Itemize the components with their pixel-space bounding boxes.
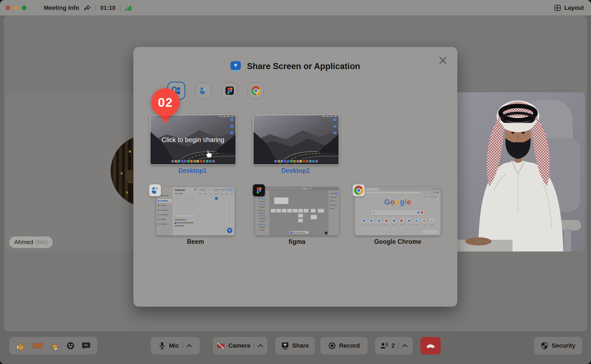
beem-view-day: Day bbox=[213, 188, 219, 191]
share-button[interactable]: Share bbox=[275, 337, 315, 354]
remote-video-tile bbox=[452, 92, 585, 251]
titlebar: Meeting Info 01:10 Layout bbox=[0, 0, 591, 16]
minimize-window-button[interactable] bbox=[14, 5, 18, 10]
desktop-wallpaper bbox=[253, 115, 339, 164]
desktop-folder-icons bbox=[230, 119, 233, 134]
layout-grid-icon bbox=[554, 4, 561, 11]
beem-add-event-fab: + bbox=[227, 228, 232, 233]
security-shield-icon bbox=[541, 342, 548, 350]
beem-month-view: Today ‹ › Sep 2025 Day Week Month Sun Mo… bbox=[198, 187, 235, 235]
meeting-info-title: Meeting Info bbox=[44, 4, 79, 11]
beem-weekday-row: Sun Mon Tue Wed Thu Fri Sat bbox=[198, 193, 235, 195]
beem-panel-header: Calendar bbox=[175, 189, 185, 191]
chrome-app-badge bbox=[353, 184, 365, 196]
beem-list-item bbox=[175, 225, 184, 226]
step-number: 02 bbox=[158, 95, 173, 110]
desktop2-thumbnail[interactable] bbox=[253, 115, 339, 165]
camera-button[interactable]: Camera bbox=[213, 337, 267, 354]
desktop1-label[interactable]: Desktop1 bbox=[150, 167, 235, 174]
beem-today-button: Today bbox=[199, 188, 206, 191]
chrome-shortcuts: + bbox=[361, 218, 434, 223]
mic-options-chevron-icon[interactable] bbox=[186, 344, 192, 348]
security-button-label: Security bbox=[552, 342, 575, 349]
beem-mini-month-label: Sep 2025 bbox=[175, 193, 183, 194]
desktop2-label[interactable]: Desktop2 bbox=[253, 167, 338, 174]
reactions-bar: OK bbox=[9, 337, 97, 354]
participant-name: Ahmed bbox=[14, 239, 33, 246]
beem-next-button: › bbox=[209, 188, 212, 191]
titlebar-divider bbox=[120, 5, 121, 11]
participants-icon bbox=[380, 342, 388, 350]
camera-options-chevron-icon[interactable] bbox=[258, 344, 264, 348]
share-meeting-link-icon[interactable] bbox=[84, 5, 91, 11]
figma-window-thumbnail[interactable] bbox=[255, 187, 339, 235]
modal-title: Share Screen or Application bbox=[247, 61, 360, 71]
hangup-phone-icon bbox=[426, 342, 435, 349]
figma-app-label[interactable]: figma bbox=[255, 238, 339, 245]
chrome-window-thumbnail[interactable]: Google + bbox=[355, 187, 441, 235]
beem-mini-calendar bbox=[175, 196, 196, 211]
security-button[interactable]: Security bbox=[534, 337, 582, 354]
mic-button[interactable]: Mic bbox=[151, 337, 200, 354]
button-divider bbox=[182, 342, 183, 349]
button-divider bbox=[254, 342, 254, 349]
tab-chrome-app[interactable] bbox=[248, 82, 264, 99]
beem-logo-icon bbox=[199, 86, 208, 95]
beem-calendar-panel: Calendar Sep 2025 bbox=[172, 187, 198, 235]
beem-prev-button: ‹ bbox=[206, 188, 209, 191]
hand-cursor-icon bbox=[204, 148, 213, 158]
ok-reaction[interactable]: OK bbox=[32, 342, 43, 350]
record-button[interactable]: Record bbox=[320, 337, 368, 354]
figma-properties-panel bbox=[329, 190, 339, 235]
share-button-label: Share bbox=[292, 342, 309, 349]
figma-tab-strip bbox=[255, 187, 339, 190]
zoom-window-button[interactable] bbox=[22, 5, 27, 10]
remote-participant-video bbox=[452, 92, 585, 251]
thumbs-up-reaction[interactable] bbox=[16, 341, 25, 350]
window-controls bbox=[5, 5, 27, 10]
mic-button-label: Mic bbox=[169, 342, 179, 349]
beem-list-item bbox=[177, 222, 194, 223]
meeting-app-window: Meeting Info 01:10 Layout bbox=[0, 0, 591, 364]
tab-beem-app[interactable] bbox=[195, 82, 212, 99]
thumbnail-menubar bbox=[323, 116, 337, 117]
chrome-address-bar bbox=[355, 191, 441, 194]
figma-canvas bbox=[269, 190, 329, 235]
google-search-box bbox=[370, 209, 426, 215]
hangup-button[interactable] bbox=[420, 337, 441, 354]
modal-header: Share Screen or Application bbox=[133, 61, 457, 72]
chat-icon[interactable] bbox=[82, 341, 90, 350]
chrome-logo-icon bbox=[251, 86, 261, 95]
chrome-app-label[interactable]: Google Chrome bbox=[355, 238, 441, 245]
participants-chevron-icon[interactable] bbox=[402, 344, 408, 348]
screen-share-icon bbox=[281, 342, 289, 350]
thumbnail-menubar bbox=[220, 116, 233, 117]
beem-app-label[interactable]: Beem bbox=[156, 238, 235, 245]
beem-view-month: Month bbox=[226, 188, 234, 191]
participants-button[interactable]: 2 bbox=[375, 337, 413, 354]
figma-layers-panel bbox=[255, 190, 269, 235]
beem-selected-date bbox=[215, 197, 218, 200]
step-annotation-pin: 02 bbox=[151, 88, 180, 117]
connection-signal-icon bbox=[125, 4, 132, 11]
tab-figma-app[interactable] bbox=[221, 82, 238, 99]
participant-me-suffix: (Me) bbox=[36, 239, 48, 246]
chrome-shortcut-labels bbox=[361, 224, 434, 225]
clap-reaction[interactable] bbox=[49, 341, 59, 350]
figma-toolbar bbox=[289, 231, 309, 234]
share-source-tabs bbox=[167, 82, 264, 100]
record-button-label: Record bbox=[339, 342, 360, 349]
smiley-reaction-icon[interactable] bbox=[66, 341, 75, 350]
beem-window-thumbnail[interactable]: Calendar Sep 2025 Today ‹ › Sep 2025 Day… bbox=[156, 187, 235, 235]
layout-button[interactable]: Layout bbox=[554, 2, 584, 13]
layout-button-label: Layout bbox=[564, 4, 584, 11]
meeting-timer: 01:10 bbox=[100, 4, 116, 11]
participants-count: 2 bbox=[391, 342, 395, 349]
beem-calendar-color-chip bbox=[175, 222, 177, 224]
beem-list-item bbox=[175, 219, 186, 220]
share-screen-icon bbox=[230, 61, 241, 72]
beem-app-badge bbox=[149, 184, 161, 196]
google-logo: Google bbox=[355, 198, 441, 206]
camera-off-icon bbox=[217, 342, 225, 349]
close-window-button[interactable] bbox=[5, 5, 10, 10]
